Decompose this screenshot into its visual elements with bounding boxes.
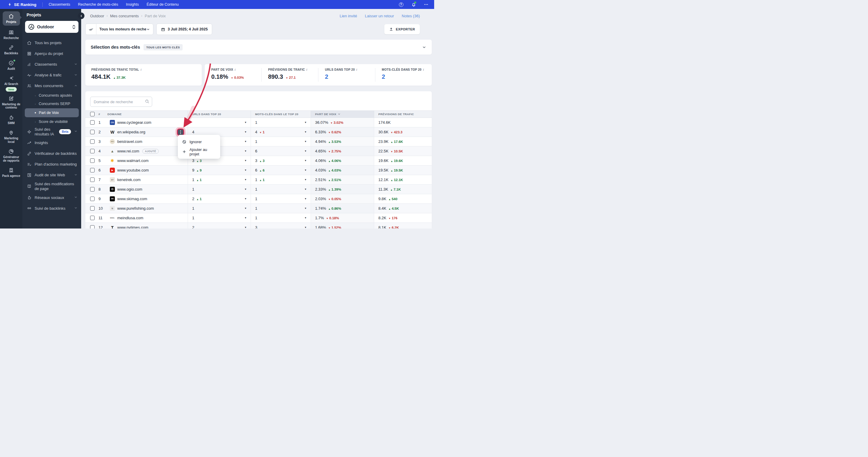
column-header-part-de-voix[interactable]: PART DE VOIX (311, 111, 374, 118)
rail-item-research[interactable]: Recherche (1, 30, 21, 40)
column-header-mots-cl-s-dans-le-top-20[interactable]: MOTS-CLÉS DANS LE TOP 20 (251, 111, 311, 118)
expand-cell-icon[interactable]: ▼ (244, 140, 247, 143)
sidebar-item-website-audit[interactable]: Audit de site Web (22, 170, 81, 181)
sidebar-item-social-media[interactable]: Réseaux sociaux (22, 192, 81, 203)
column-header-urls-dans-top-20[interactable]: URLS DANS TOP 20 (188, 111, 251, 118)
brand-logo[interactable]: SE Ranking (8, 2, 36, 7)
top-nav-item-insights[interactable]: Insights (126, 2, 139, 6)
domain-link[interactable]: www.purefishing.com (117, 206, 154, 210)
expand-cell-icon[interactable]: ▼ (244, 217, 247, 219)
domain-link[interactable]: www.skimag.com (117, 197, 147, 201)
rail-item-local-marketing[interactable]: Marketing local (1, 130, 21, 143)
row-checkbox[interactable] (90, 139, 95, 144)
help-icon[interactable]: ? (398, 2, 404, 7)
sidebar-item-serp-competitors[interactable]: ·Concurrents SERP (22, 100, 81, 108)
row-checkbox[interactable] (90, 206, 95, 210)
sidebar-item-my-competitors[interactable]: Mes concurrents (22, 80, 81, 91)
domain-link[interactable]: www.cyclegear.com (117, 120, 151, 125)
domain-link[interactable]: www.nytimes.com (117, 225, 148, 228)
expand-cell-icon[interactable]: ▼ (244, 169, 247, 171)
sidebar-item-marketing-plan[interactable]: Plan d'actions marketing (22, 159, 81, 170)
select-all-checkbox[interactable] (90, 112, 95, 116)
info-icon[interactable]: i (356, 68, 357, 71)
column-header-domaine[interactable]: DOMAINE (107, 112, 188, 116)
expand-cell-icon[interactable]: ▼ (304, 226, 307, 228)
info-icon[interactable]: i (141, 68, 142, 71)
expand-cell-icon[interactable]: ▼ (244, 178, 247, 181)
expand-cell-icon[interactable]: ▼ (244, 150, 247, 153)
rail-item-projects[interactable]: Projets (3, 11, 20, 26)
rail-item-content-marketing[interactable]: Marketing de contenu (1, 96, 21, 109)
sidebar-item-all-projects[interactable]: Tous les projets (22, 38, 81, 48)
menu-item-ignorer[interactable]: Ignorer (178, 137, 220, 147)
expand-cell-icon[interactable]: ▼ (304, 217, 307, 219)
rail-item-agency-pack[interactable]: Pack agence (1, 167, 21, 178)
top-nav-item--diteur-de-contenu[interactable]: Éditeur de Contenu (147, 2, 179, 6)
sidebar-item-insights[interactable]: Insights (22, 137, 81, 148)
domain-link[interactable]: www.walmart.com (117, 158, 149, 163)
domain-link[interactable]: en.wikipedia.org (117, 130, 145, 134)
date-range-picker[interactable]: 3 Juil 2025; 4 Juil 2025 (156, 24, 212, 35)
row-checkbox[interactable] (90, 130, 95, 134)
domain-link[interactable]: meindlusa.com (117, 216, 143, 220)
sidebar-item-analytics-traffic[interactable]: Analyse & trafic (22, 70, 81, 80)
sidebar-item-ai-results-tracking[interactable]: Suivi des résultats IABeta (22, 126, 81, 137)
row-checkbox[interactable] (90, 168, 95, 172)
expand-cell-icon[interactable]: ▼ (244, 226, 247, 228)
column-header-pr-visions-de-trafic[interactable]: PRÉVISIONS DE TRAFIC (374, 111, 432, 118)
search-engine-dropdown[interactable]: Tous les moteurs de recher... (85, 24, 153, 35)
row-menu-button[interactable] (178, 129, 183, 135)
column-header-#[interactable]: # (98, 112, 107, 116)
sidebar-item-backlink-checker[interactable]: Vérificateur de backlinks (22, 148, 81, 159)
domain-link[interactable]: kenetrek.com (117, 177, 141, 182)
domain-link[interactable]: beistravel.com (117, 139, 142, 144)
expand-cell-icon[interactable]: ▼ (304, 188, 307, 191)
header-link-lien-invit-[interactable]: Lien invité (340, 14, 357, 18)
expand-cell-icon[interactable]: ▼ (304, 150, 307, 153)
row-checkbox[interactable] (90, 177, 95, 182)
project-selector[interactable]: Outdoor (25, 21, 79, 33)
sidebar-item-rankings[interactable]: Classements (22, 59, 81, 70)
rail-item-audit[interactable]: Audit (1, 60, 21, 71)
menu-item-ajouter-au-projet[interactable]: Ajouter au projet (178, 147, 220, 157)
row-checkbox[interactable] (90, 225, 95, 228)
rail-item-backlinks[interactable]: Backlinks (1, 45, 21, 55)
notifications-icon[interactable] (411, 2, 416, 7)
expand-cell-icon[interactable]: ▼ (244, 131, 247, 133)
domain-search-input[interactable] (90, 97, 152, 107)
sidebar-item-backlink-monitoring[interactable]: Suivi de backlinks (22, 203, 81, 214)
sidebar-item-added-competitors[interactable]: ·Concurrents ajoutés (22, 91, 81, 100)
expand-cell-icon[interactable]: ▼ (244, 159, 247, 162)
sidebar-item-project-overview[interactable]: Aperçu du projet (22, 48, 81, 59)
rail-item-report-builder[interactable]: Générateur de rapports (1, 149, 21, 162)
sidebar-item-share-of-voice[interactable]: •Part de Voix (25, 108, 79, 117)
domain-link[interactable]: www.rei.com (117, 149, 140, 153)
info-icon[interactable]: i (235, 68, 236, 71)
row-checkbox[interactable] (90, 197, 95, 201)
breadcrumb-item[interactable]: Mes concurrents (110, 14, 139, 18)
row-checkbox[interactable] (90, 158, 95, 163)
header-link-notes-36-[interactable]: Notes (36) (402, 14, 420, 18)
info-icon[interactable]: i (306, 68, 307, 71)
row-checkbox[interactable] (90, 120, 95, 125)
expand-cell-icon[interactable]: ▼ (244, 207, 247, 210)
sidebar-item-visibility-score[interactable]: ·Score de visibilité (22, 118, 81, 126)
info-icon[interactable]: i (423, 68, 424, 71)
collapse-sidebar-button[interactable] (78, 12, 85, 19)
expand-cell-icon[interactable]: ▼ (304, 207, 307, 210)
more-icon[interactable] (424, 2, 429, 7)
expand-cell-icon[interactable]: ▼ (244, 121, 247, 124)
row-checkbox[interactable] (90, 187, 95, 192)
row-checkbox[interactable] (90, 216, 95, 220)
expand-cell-icon[interactable]: ▼ (304, 159, 307, 162)
domain-link[interactable]: www.ogio.com (117, 187, 142, 192)
domain-link[interactable]: www.youtube.com (117, 168, 149, 172)
expand-cell-icon[interactable]: ▼ (244, 188, 247, 191)
row-checkbox[interactable] (90, 149, 95, 153)
expand-cell-icon[interactable]: ▼ (304, 178, 307, 181)
top-nav-item-classements[interactable]: Classements (49, 2, 70, 6)
expand-cell-icon[interactable]: ▼ (304, 169, 307, 171)
header-link-laisser-un-retour[interactable]: Laisser un retour (365, 14, 394, 18)
expand-cell-icon[interactable]: ▼ (304, 140, 307, 143)
expand-cell-icon[interactable]: ▼ (304, 197, 307, 200)
